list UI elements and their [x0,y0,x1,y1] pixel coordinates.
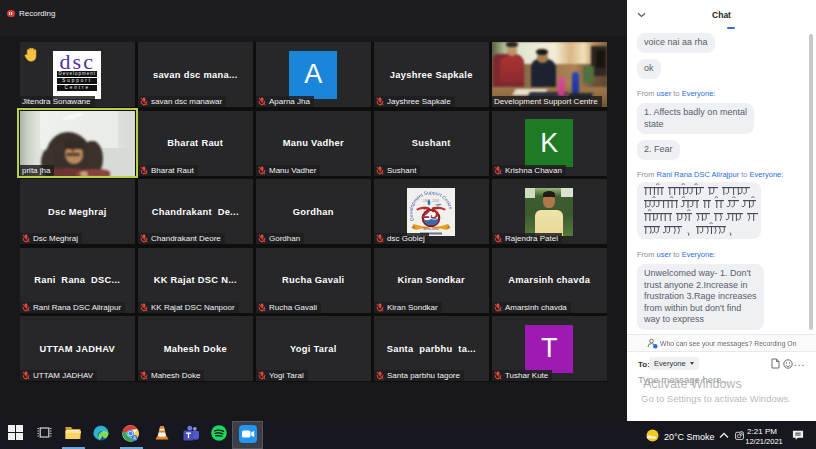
svg-text:25: 25 [421,203,440,222]
svg-text:A: A [133,436,136,441]
svg-text:Mitra khkt: Mitra khkt [423,226,439,230]
svg-text:1994 - 2019: 1994 - 2019 [423,198,439,202]
